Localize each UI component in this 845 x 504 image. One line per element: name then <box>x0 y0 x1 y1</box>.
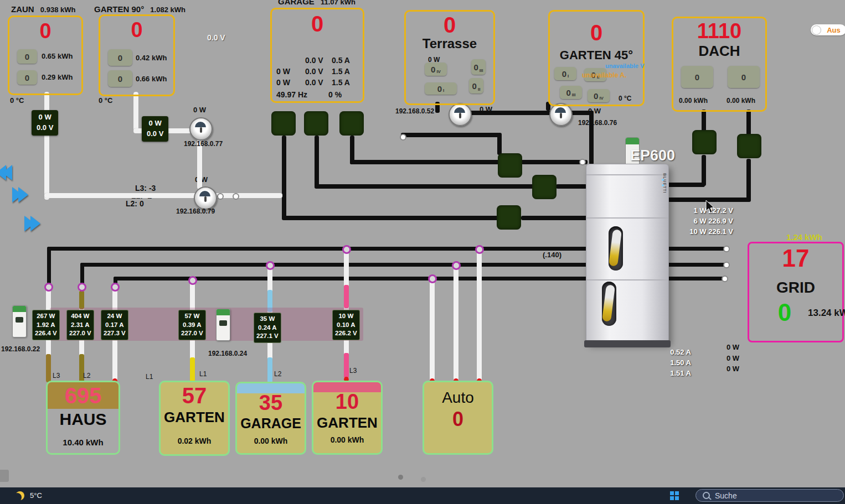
aus-toggle[interactable]: Aus <box>811 24 845 35</box>
power-meter-gauge-79 <box>194 186 217 210</box>
zaun-energy-2: 0.29 kWh <box>42 73 73 81</box>
phase-label: L1 <box>146 373 153 381</box>
page-indicator-dot[interactable] <box>398 475 403 480</box>
phase-meter-box: 10 W0.10 A226.2 V <box>332 310 360 340</box>
garage-voltage-1: 0.0 V <box>305 56 323 65</box>
wire-segment <box>746 159 751 201</box>
toggle-label: Aus <box>821 26 845 34</box>
taskbar-search[interactable]: Suche <box>695 489 844 502</box>
wire-segment <box>556 184 587 189</box>
phase-label: L1 <box>199 370 207 378</box>
connector-ring <box>44 283 53 292</box>
tile-garten1-kwh: 0.02 kWh <box>161 437 228 445</box>
tile-auto[interactable]: Auto 0 <box>422 381 493 455</box>
wire-segment <box>350 160 499 164</box>
garage-amps-2: 1.5 A <box>332 67 350 76</box>
connector-ring <box>188 276 197 285</box>
battery-seam <box>586 174 668 175</box>
garten90-energy-1: 0.42 kWh <box>136 54 167 62</box>
grid-title: GRID <box>749 279 842 297</box>
dach-energy-2: 0.00 kWh <box>727 97 755 105</box>
wire-segment <box>667 183 705 187</box>
garage-total-kwh: 11.07 kWh <box>321 0 355 6</box>
wire-segment <box>702 155 706 186</box>
garage-title: GARAGE <box>278 0 315 6</box>
battery-seam <box>586 279 668 280</box>
dach-energy-1: 0.00 kWh <box>679 97 708 105</box>
nav-back-arrow[interactable] <box>0 165 12 180</box>
tile-garten-1[interactable]: 57 GARTEN 0.02 kWh <box>159 381 230 456</box>
taskbar-temperature: 5°C <box>30 491 42 500</box>
drop-cable-auto-3 <box>477 248 482 382</box>
page-indicator-dot[interactable] <box>421 477 426 482</box>
tile-garten2-name: GARTEN <box>313 414 381 432</box>
tile-garten-2[interactable]: 10 GARTEN 0.00 kWh <box>312 381 383 455</box>
wire-segment <box>282 216 499 220</box>
search-icon <box>703 492 710 499</box>
garten45-switch-1[interactable]: 0I <box>554 67 576 80</box>
dach-switch-1[interactable]: 0 <box>681 66 713 88</box>
garten45-power-value: 0 <box>550 20 643 45</box>
white-cable <box>44 193 202 198</box>
garten90-title: GARTEN 90° <box>94 4 144 14</box>
garage-voltage-2: 0.0 V <box>305 67 323 76</box>
node-140-label: (.140) <box>543 251 561 259</box>
zaun-panel: 0 0 0.65 kWh 0 0.29 kWh <box>8 15 83 95</box>
terrasse-switch-4[interactable]: 0IV <box>425 63 447 76</box>
phase-meter-box: 57 W0.39 A227.0 V <box>178 310 206 340</box>
bluetti-ep600-battery: BLUETTI <box>586 164 669 343</box>
garten90-energy-2: 0.66 kWh <box>136 75 167 83</box>
wire-segment <box>746 110 751 136</box>
power-meter-gauge-52 <box>449 103 472 126</box>
junction-box <box>339 111 364 136</box>
connector-ring <box>111 283 120 292</box>
white-cable <box>44 92 49 200</box>
garten90-header: GARTEN 90° 1.082 kWh <box>94 4 186 14</box>
tile-garten1-value: 57 <box>161 383 228 408</box>
garten45-switch-4[interactable]: 0IV <box>588 89 610 102</box>
zaun-switch-2[interactable]: 0 <box>17 70 37 85</box>
garage-frequency: 49.97 Hz <box>276 90 307 99</box>
garten90-total-kwh: 1.082 kWh <box>150 6 186 14</box>
nav-forward-arrow[interactable] <box>12 187 24 202</box>
terrasse-switch-3[interactable]: 0III <box>471 59 486 75</box>
dach-title: DACH <box>673 43 765 60</box>
tile-garage[interactable]: 35 GARAGE 0.00 kWh <box>235 382 306 455</box>
terrasse-switch-2[interactable]: 0II <box>469 78 483 93</box>
meter-79-ip: 192.168.0.79 <box>176 207 215 215</box>
wire-end-dot <box>723 262 730 268</box>
weather-moon-icon <box>16 491 24 500</box>
wire-segment <box>521 216 588 220</box>
meter-22-ip: 192.168.0.22 <box>1 345 40 353</box>
tile-haus[interactable]: 695 HAUS 10.40 kWh <box>46 381 120 455</box>
dach-panel: 1110 DACH 0 0 0.00 kWh 0.00 kWh <box>672 17 767 112</box>
meter-77-ip: 192.168.0.77 <box>184 140 223 148</box>
wire-end-dot <box>400 134 406 141</box>
zaun-power-value: 0 <box>9 19 81 43</box>
wire-segment <box>47 247 51 284</box>
zaun-switch-1[interactable]: 0 <box>17 49 37 64</box>
garten45-unavailable-voltage: unavailable V <box>605 63 644 69</box>
terrasse-switch-1[interactable]: 0I <box>425 82 457 95</box>
garten90-switch-2[interactable]: 0 <box>108 70 132 87</box>
phase-label: L3 <box>349 367 357 375</box>
phase-label: L2 <box>83 372 90 380</box>
battery-base <box>584 340 671 347</box>
meter-77-power: 0 W <box>193 106 206 114</box>
garage-amps-3: 1.5 A <box>332 78 350 87</box>
wire-end-dot <box>217 193 224 200</box>
battery-handle-slot <box>602 282 616 326</box>
windows-start-button[interactable] <box>670 491 679 500</box>
junction-box <box>737 134 761 158</box>
garten45-switch-3[interactable]: 0III <box>560 86 582 99</box>
meter-52-ip: 192.168.0.52 <box>395 107 434 115</box>
windows-taskbar: 5°C Suche <box>0 487 845 504</box>
zaun-header: ZAUN 0.938 kWh <box>11 4 75 14</box>
junction-box <box>532 175 557 199</box>
garten90-switch-1[interactable]: 0 <box>108 49 132 66</box>
dach-switch-2[interactable]: 0 <box>728 66 760 88</box>
meter-79-l2: L2: 0 <box>126 199 144 208</box>
garten45-title: GARTEN 45° <box>550 48 643 63</box>
ep600-label: EP600 <box>630 147 675 164</box>
nav-forward-arrow-2[interactable] <box>24 216 37 231</box>
